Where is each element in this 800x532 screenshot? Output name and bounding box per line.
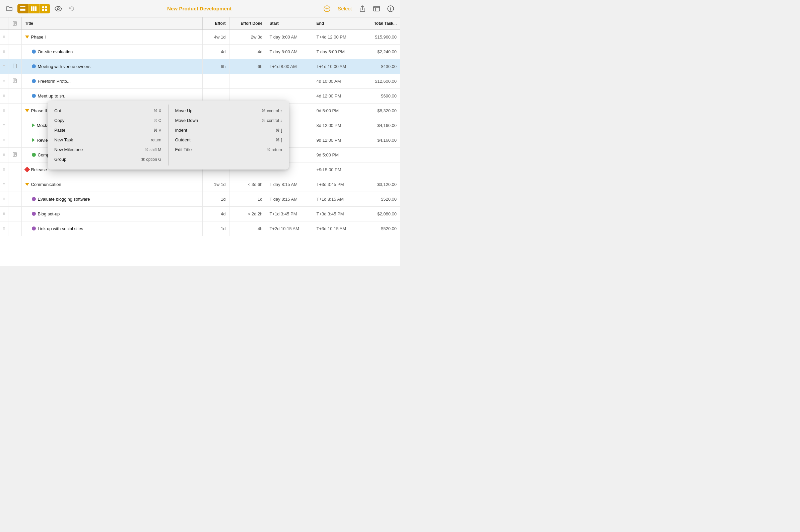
drag-cell: ⠿ <box>0 147 8 162</box>
title-text: Phase I <box>31 35 46 40</box>
table-row[interactable]: ⠿Blog set-up4d< 2d 2hT+1d 3:45 PMT+3d 3:… <box>0 206 400 221</box>
total-header: Total Task... <box>360 17 400 30</box>
context-menu-item[interactable]: Outdent⌘ [ <box>169 135 289 145</box>
table-row[interactable]: ⠿Meeting with venue owners6h6hT+1d 8:00 … <box>0 59 400 74</box>
menu-item-shortcut: ⌘ option G <box>141 157 161 162</box>
start-cell: T day 8:00 AM <box>266 30 313 44</box>
total-cell: $4,160.00 <box>360 118 400 133</box>
effort-cell: 4d <box>202 206 229 221</box>
context-menu: Cut⌘ XCopy⌘ CPaste⌘ VNew TaskreturnNew M… <box>47 100 289 170</box>
drag-cell: ⠿ <box>0 89 8 103</box>
drag-cell: ⠿ <box>0 177 8 192</box>
table-row[interactable]: ⠿Freeform Proto...4d 10:00 AM$12,600.00 <box>0 74 400 89</box>
end-cell: T+3d 3:45 PM <box>313 177 360 192</box>
menu-item-label: Copy <box>54 118 64 123</box>
effort-cell: 4d <box>202 44 229 59</box>
end-cell: T+4d 12:00 PM <box>313 30 360 44</box>
context-menu-item[interactable]: New Taskreturn <box>47 135 168 145</box>
context-menu-item[interactable]: Move Up⌘ control ↑ <box>169 106 289 116</box>
title-text: Link up with social sites <box>38 226 83 231</box>
total-cell: $4,160.00 <box>360 133 400 147</box>
end-cell: 4d 12:00 PM <box>313 89 360 103</box>
context-menu-item[interactable]: Paste⌘ V <box>47 125 168 135</box>
table-row[interactable]: ⠿Phase I4w 1d2w 3dT day 8:00 AMT+4d 12:0… <box>0 30 400 44</box>
task-title: Phase I <box>25 35 199 40</box>
menu-item-label: Cut <box>54 108 61 113</box>
note-cell <box>8 30 21 44</box>
toolbar-center: New Product Development <box>80 6 319 12</box>
menu-item-shortcut: ⌘ [ <box>276 138 282 142</box>
end-cell: T+1d 8:15 AM <box>313 192 360 206</box>
task-title: Evaluate blogging software <box>25 197 199 202</box>
triangle-down-icon <box>25 183 29 186</box>
triangle-right-icon <box>32 138 35 142</box>
title-cell: On-site evaluation <box>21 44 202 59</box>
end-cell: 9d 12:00 PM <box>313 133 360 147</box>
minimize-button[interactable] <box>371 3 382 14</box>
dot-blue-icon <box>32 79 36 83</box>
add-button[interactable] <box>322 3 332 14</box>
toolbar: New Product Development Select <box>0 0 400 17</box>
context-menu-item[interactable]: Indent⌘ ] <box>169 125 289 135</box>
table-row[interactable]: ⠿Evaluate blogging software1d1dT day 8:1… <box>0 192 400 206</box>
effort-cell: 1d <box>202 192 229 206</box>
context-menu-item[interactable]: Copy⌘ C <box>47 116 168 125</box>
undo-button[interactable] <box>66 3 77 14</box>
context-menu-item[interactable]: Cut⌘ X <box>47 106 168 116</box>
table-row[interactable]: ⠿Communication1w 1d< 3d 6hT day 8:15 AMT… <box>0 177 400 192</box>
context-menu-item[interactable]: Move Down⌘ control ↓ <box>169 116 289 125</box>
menu-item-label: Move Down <box>175 118 198 123</box>
effort-done-header: Effort Done <box>229 17 266 30</box>
view-buttons <box>17 4 50 13</box>
context-menu-item[interactable]: Group⌘ option G <box>47 154 168 164</box>
menu-item-shortcut: ⌘ shift M <box>145 147 161 152</box>
menu-item-label: Paste <box>54 128 65 133</box>
total-cell: $2,080.00 <box>360 206 400 221</box>
eye-button[interactable] <box>53 3 64 14</box>
end-cell: +9d 5:00 PM <box>313 162 360 177</box>
note-cell <box>8 103 21 118</box>
note-cell <box>8 221 21 236</box>
title-cell: Meeting with venue owners <box>21 59 202 74</box>
total-cell: $8,320.00 <box>360 103 400 118</box>
effort-cell: 1w 1d <box>202 177 229 192</box>
dot-green-icon <box>32 153 36 157</box>
column-view-button[interactable] <box>28 4 40 13</box>
menu-item-label: New Task <box>54 137 73 142</box>
dot-purple-icon <box>32 197 36 201</box>
menu-item-label: Move Up <box>175 108 193 113</box>
total-cell: $690.00 <box>360 89 400 103</box>
note-icon <box>13 78 17 83</box>
diamond-icon <box>24 167 30 173</box>
title-text: Communication <box>31 182 61 187</box>
table-header-row: Title Effort Effort Done Start End Total… <box>0 17 400 30</box>
share-button[interactable] <box>357 3 368 14</box>
svg-rect-3 <box>20 11 25 11</box>
title-text: Meet up to sh... <box>38 93 68 98</box>
context-menu-item[interactable]: New Milestone⌘ shift M <box>47 145 168 154</box>
select-button[interactable]: Select <box>336 4 354 13</box>
svg-rect-13 <box>374 6 380 11</box>
start-cell: T day 8:15 AM <box>266 192 313 206</box>
table-row[interactable]: ⠿On-site evaluation4d4dT day 8:00 AMT da… <box>0 44 400 59</box>
triangle-right-icon <box>32 123 35 127</box>
note-cell <box>8 59 21 74</box>
table-container: Title Effort Effort Done Start End Total… <box>0 17 400 266</box>
svg-rect-9 <box>42 9 44 11</box>
effort-done-cell: < 2d 2h <box>229 206 266 221</box>
table-row[interactable]: ⠿Link up with social sites1d4hT+2d 10:15… <box>0 221 400 236</box>
folder-button[interactable] <box>4 3 15 14</box>
end-cell: T+3d 3:45 PM <box>313 206 360 221</box>
info-button[interactable] <box>385 3 396 14</box>
list-view-button[interactable] <box>17 4 28 13</box>
effort-cell: 4w 1d <box>202 30 229 44</box>
end-cell: T day 5:00 PM <box>313 44 360 59</box>
grid-view-button[interactable] <box>40 4 50 13</box>
effort-cell: 1d <box>202 221 229 236</box>
end-cell: 4d 10:00 AM <box>313 74 360 89</box>
title-cell: Phase I <box>21 30 202 44</box>
svg-rect-0 <box>20 6 25 7</box>
context-menu-left: Cut⌘ XCopy⌘ CPaste⌘ VNew TaskreturnNew M… <box>47 104 169 166</box>
context-menu-item[interactable]: Edit Title⌘ return <box>169 145 289 154</box>
svg-rect-2 <box>20 9 25 10</box>
